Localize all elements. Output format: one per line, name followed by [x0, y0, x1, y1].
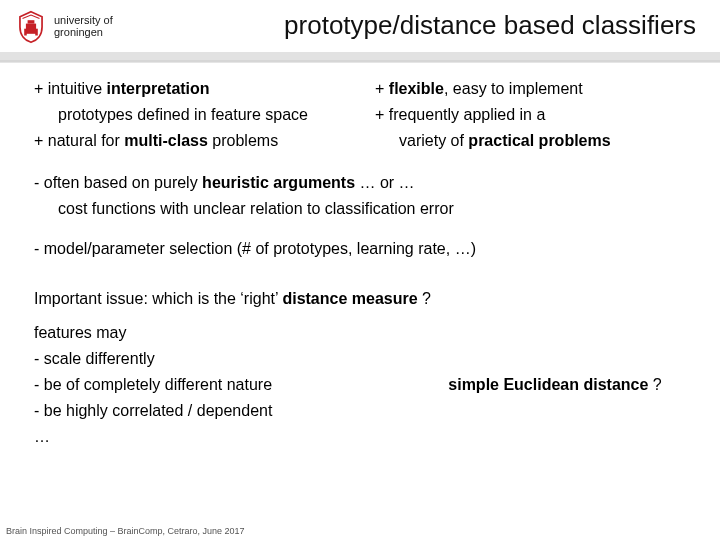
text: Important issue: which is the ‘right’ [34, 290, 282, 307]
crest-icon [14, 10, 48, 44]
feature-nature: - be of completely different nature [34, 376, 394, 394]
feature-scale: - scale differently [34, 350, 394, 368]
text: problems [208, 132, 278, 149]
con-model-selection: - model/parameter selection (# of protot… [34, 240, 696, 258]
text-bold: multi-class [124, 132, 208, 149]
text: variety of [399, 132, 468, 149]
text-bold: simple Euclidean distance [448, 376, 648, 393]
text-bold: heuristic arguments [202, 174, 355, 191]
text: ? [648, 376, 661, 393]
text: - often based on purely [34, 174, 202, 191]
con-heuristic: - often based on purely heuristic argume… [34, 174, 696, 192]
text: + natural for [34, 132, 124, 149]
important-issue: Important issue: which is the ‘right’ di… [34, 290, 696, 308]
text: ? [418, 290, 431, 307]
svg-rect-2 [24, 29, 27, 36]
pro-practical: + frequently applied in a [375, 106, 696, 124]
con-heuristic-sub: cost functions with unclear relation to … [34, 200, 696, 218]
footer-note: Brain Inspired Computing – BrainComp, Ce… [6, 526, 245, 536]
header-band [0, 52, 720, 62]
text: … or … [355, 174, 415, 191]
pro-intuitive: + intuitive interpretation [34, 80, 355, 98]
text-bold: practical problems [468, 132, 610, 149]
pro-practical-sub: variety of practical problems [375, 132, 696, 150]
slide-title: prototype/distance based classifiers [180, 10, 696, 41]
pro-flexible: + flexible, easy to implement [375, 80, 696, 98]
svg-rect-1 [28, 20, 35, 23]
svg-rect-0 [26, 24, 36, 34]
feature-correlated: - be highly correlated / dependent [34, 402, 394, 420]
logo-bottom-text: groningen [54, 27, 113, 39]
text-bold: flexible [389, 80, 444, 97]
pro-intuitive-sub: prototypes defined in feature space [34, 106, 355, 124]
euclidean-distance: simple Euclidean distance ? [448, 376, 661, 394]
pro-multiclass: + natural for multi-class problems [34, 132, 355, 150]
text: + intuitive [34, 80, 106, 97]
features-may: features may [34, 324, 394, 342]
text: + [375, 80, 389, 97]
text-bold: distance measure [282, 290, 417, 307]
svg-rect-3 [35, 29, 38, 36]
university-logo: university of groningen [14, 6, 154, 48]
text-bold: interpretation [106, 80, 209, 97]
text: , easy to implement [444, 80, 583, 97]
feature-ellipsis: … [34, 428, 394, 446]
